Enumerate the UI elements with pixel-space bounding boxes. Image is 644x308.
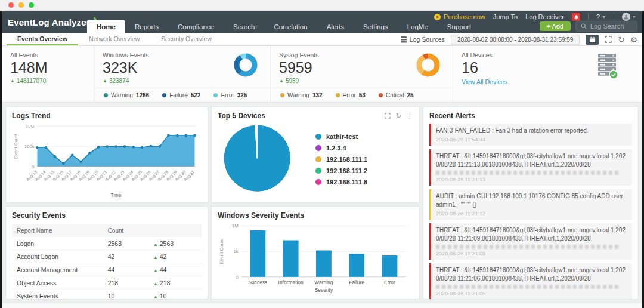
svg-text:0: 0 [32,164,34,170]
nav-tab-search[interactable]: Search [224,20,264,33]
legend-dot-icon [104,93,108,97]
up-arrow-icon: ▲ [279,78,284,84]
fullscreen-icon[interactable] [605,36,612,43]
minimize-window-button[interactable] [18,2,24,8]
table-row-logon[interactable]: Logon2563▲ 2563 [12,237,202,250]
pie-legend-item[interactable]: kathir-test [315,133,367,140]
pie-legend-item[interactable]: 192.168.111.2 [315,167,367,174]
stat-label: Windows Events [103,51,232,58]
stat-all-devices[interactable]: All Devices 16 View All Devices [453,46,642,102]
user-account-menu[interactable]: ▼ [622,13,636,21]
nav-tab-compliance[interactable]: Compliance [168,20,224,33]
svg-text:0: 0 [236,275,239,280]
alert-list-item[interactable]: THREAT : &lt;1459184718000&gt;03f-cityha… [429,223,632,260]
tab-events-overview[interactable]: Events Overview [7,33,78,45]
refresh-icon[interactable]: ↻ [396,113,401,119]
app-logo[interactable]: EventLog Analyzer [8,16,100,28]
stat-value: 5959 [279,59,414,76]
nav-tab-support[interactable]: Support [438,20,481,33]
stat-all-events[interactable]: All Events 148M ▲148117070 [2,46,94,102]
svg-text:Warning: Warning [314,279,333,285]
legend-item: Error325 [213,92,247,98]
alert-message: FAN-3-FAN_FAILED : Fan 3 had a rotation … [436,127,627,135]
calendar-button[interactable] [586,35,599,45]
alerts-list: FAN-3-FAN_FAILED : Fan 3 had a rotation … [429,124,632,300]
panel-title: Top 5 Devices [218,112,265,120]
up-arrow-icon: ▲ [153,268,158,273]
table-row-object-access[interactable]: Object Access218▲ 218 [12,276,202,289]
table-row-system-events[interactable]: System Events10▲ 10 [12,289,202,300]
table-row-account-management[interactable]: Account Management44▲ 44 [12,263,202,276]
server-status-icon [597,53,618,81]
nav-actions: + Add Log Search [540,21,637,32]
security-events-card: Security Events Report NameCount Logon25… [5,206,208,300]
purchase-now-button[interactable]: Purchase now [434,13,485,20]
add-button[interactable]: + Add [540,21,571,31]
settings-gear-icon[interactable]: ⚙ [630,36,637,44]
alert-list-item[interactable]: THREAT : &lt;1459184718000&gt;03f-cityha… [429,149,632,186]
recent-alerts-card: Recent Alerts FAN-3-FAN_FAILED : Fan 3 h… [423,106,639,300]
app-logo-text: EventLog Analyzer [8,17,90,27]
legend-item: Warning1286 [104,92,149,98]
stat-delta: ▲148117070 [10,78,86,84]
tab-security-overview[interactable]: Security Overview [150,33,222,45]
log-sources-button[interactable]: Log Sources [401,36,445,43]
legend-dot-icon [315,145,321,151]
alert-list-item[interactable]: FAN-3-FAN_FAILED : Fan 3 had a rotation … [429,124,632,146]
calendar-icon [589,36,596,43]
nav-tab-correlation[interactable]: Correlation [264,20,317,33]
tab-network-overview[interactable]: Network Overview [78,33,150,45]
nav-tabs: HomeReportsComplianceSearchCorrelationAl… [87,20,481,33]
jump-to-button[interactable]: Jump To [493,13,518,20]
redacted-text [436,245,620,249]
expand-icon[interactable] [385,113,391,119]
legend-item: Failure522 [162,92,200,98]
up-arrow-icon: ▲ [153,281,158,287]
alert-list-item[interactable]: AUDIT : admin GUI 192.168.109.1 10176 CO… [429,189,632,220]
refresh-icon[interactable]: ↻ [618,36,624,44]
pie-legend-item[interactable]: 1.2.3.4 [315,144,367,152]
svg-text:Information: Information [278,279,304,285]
legend-dot-icon [315,179,321,185]
nav-tab-settings[interactable]: Settings [354,20,398,33]
close-window-button[interactable] [8,2,14,8]
nav-tab-home[interactable]: Home [87,20,125,33]
date-range-input[interactable]: 2020-08-02 00:00:00 - 2020-08-31 23:59:5… [451,35,580,45]
utility-bar: Purchase now Jump To Log Receiver ? ▼ ▼ [434,13,636,21]
panel-title: Security Events [12,211,202,220]
stat-syslog-events[interactable]: Syslog Events 5959 ▲5959 Warning132Error… [271,46,453,102]
nav-tab-reports[interactable]: Reports [125,20,168,33]
log-sources-icon [401,36,407,43]
nav-tab-alerts[interactable]: Alerts [317,20,354,33]
user-avatar-icon [622,13,630,21]
up-arrow-icon: ▲ [153,294,158,300]
legend-item: Error53 [336,92,366,98]
table-row-account-logon[interactable]: Account Logon42▲ 42 [12,250,202,263]
alert-timestamp: 2020-08-28 11:54:34 [436,137,627,143]
log-search-input[interactable]: Log Search [575,21,637,32]
security-events-table: Report NameCount Logon2563▲ 2563Account … [12,224,202,300]
notification-bell-icon[interactable] [572,13,580,21]
chevron-down-icon: ▼ [632,15,636,19]
alert-list-item[interactable]: THREAT : &lt;1459184718000&gt;03f-cityha… [429,263,632,300]
log-receiver-button[interactable]: Log Receiver [525,13,564,20]
legend-dot-icon [336,93,340,97]
stat-value: 323K [103,59,232,76]
more-options-icon[interactable]: ⋮ [407,113,413,119]
help-menu[interactable]: ? ▼ [596,13,606,20]
stat-value: 16 [462,59,597,76]
zoom-window-button[interactable] [29,2,34,8]
up-arrow-icon: ▲ [103,78,107,84]
stat-label: All Devices [462,51,597,58]
pie-legend-item[interactable]: 192.168.111.1 [315,156,367,163]
pie-legend-item[interactable]: 192.168.111.8 [315,178,367,186]
up-arrow-icon: ▲ [153,242,158,247]
alert-message: THREAT : &lt;1459184718000&gt;03f-cityha… [436,266,627,283]
nav-tab-logme[interactable]: LogMe [398,20,438,33]
logs-trend-card: Logs Trend 0100k10GAug 13Aug 14Aug 15Aug… [5,106,208,203]
legend-item: Critical25 [379,92,414,98]
view-all-devices-link[interactable]: View All Devices [462,78,597,85]
up-arrow-icon: ▲ [153,255,158,260]
window-chrome [0,0,644,11]
stat-windows-events[interactable]: Windows Events 323K ▲323874 Warning1286F… [94,46,271,102]
